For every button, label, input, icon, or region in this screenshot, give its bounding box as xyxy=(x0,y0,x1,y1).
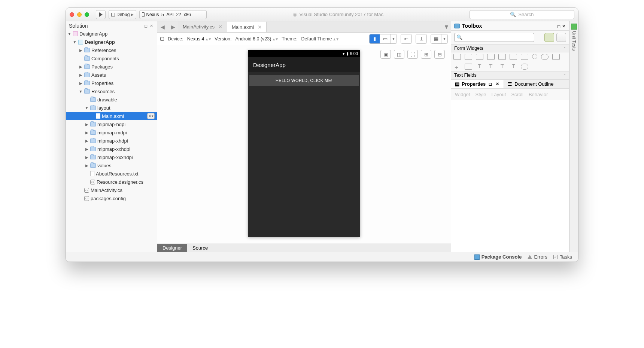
design-canvas[interactable]: ▣ ◫ ⛶ ⊞ ⊟ ▾ ▮ 6:00 DesignerApp xyxy=(157,45,451,244)
widget-textbox[interactable] xyxy=(465,64,472,70)
nav-forward-button[interactable]: ▶ xyxy=(168,21,178,32)
tree-drawable[interactable]: drawable xyxy=(66,95,157,104)
tab-overflow-button[interactable]: ▼ xyxy=(442,21,451,32)
widget-text-tiny[interactable]: T xyxy=(510,64,517,70)
document-outline-tab[interactable]: ☰ Document Outline xyxy=(504,80,569,88)
tree-assets[interactable]: Assets xyxy=(66,71,157,79)
widget-checkbox[interactable] xyxy=(465,54,472,60)
close-window-button[interactable] xyxy=(70,12,74,17)
settings-gear-icon[interactable]: ⚙▾ xyxy=(147,113,155,119)
project-node[interactable]: DesignerApp xyxy=(66,38,157,46)
toolbox-view-grid[interactable] xyxy=(556,33,566,42)
widget-radio[interactable] xyxy=(532,54,537,59)
cat-style[interactable]: Style xyxy=(475,92,486,97)
pin-icon[interactable]: ◻ xyxy=(556,24,561,28)
solution-panel: Solution ◻ ✕ DesignerApp DesignerApp Ref… xyxy=(66,21,157,252)
toggle-button-1[interactable]: ⇤ xyxy=(401,34,411,43)
editor-tab-mainactivity[interactable]: MainActivity.cs✕ xyxy=(178,21,227,32)
close-tab-icon[interactable]: ✕ xyxy=(258,24,262,30)
section-text-fields[interactable]: Text Fields ⌃ xyxy=(451,71,569,79)
tree-values[interactable]: values xyxy=(66,161,157,170)
view-dropdown[interactable]: ▼ xyxy=(441,34,447,43)
editor-tab-main-axml[interactable]: Main.axml✕ xyxy=(227,21,267,32)
widget-text-large[interactable]: T xyxy=(476,64,483,70)
tree-resources[interactable]: Resources xyxy=(66,87,157,95)
widget-text-small[interactable]: T xyxy=(498,64,506,70)
designer-tab[interactable]: Designer xyxy=(157,244,187,252)
source-tab[interactable]: Source xyxy=(187,244,213,252)
properties-tab[interactable]: ▤ Properties ◻ ✕ xyxy=(451,80,504,88)
run-button[interactable] xyxy=(96,10,106,19)
grid-button[interactable]: ▦ xyxy=(431,34,441,43)
widget-panel[interactable] xyxy=(476,54,483,60)
cat-scroll[interactable]: Scroll xyxy=(511,92,523,97)
play-icon xyxy=(99,12,103,17)
properties-icon: ▤ xyxy=(455,81,459,87)
search-icon: 🔍 xyxy=(510,12,516,17)
canvas-tool-1[interactable]: ▣ xyxy=(380,50,391,59)
tree-main-axml[interactable]: Main.axml⚙▾ xyxy=(66,112,157,120)
widget-frame[interactable] xyxy=(521,54,528,60)
zoom-window-button[interactable] xyxy=(85,12,89,17)
tree-components[interactable]: Components xyxy=(66,54,157,62)
widget-switch[interactable] xyxy=(541,54,549,60)
close-icon[interactable]: ✕ xyxy=(561,24,566,28)
widget-progress-1[interactable] xyxy=(487,54,495,60)
section-form-widgets[interactable]: Form Widgets ⌃ xyxy=(451,44,569,52)
tree-mipmap-xxxhdpi[interactable]: mipmap-xxxhdpi xyxy=(66,153,157,161)
device-selector[interactable]: Nexus 4▲▼ xyxy=(187,36,211,42)
hello-world-button[interactable]: HELLO WORLD, CLICK ME! xyxy=(249,75,359,86)
tree-mipmap-hdpi[interactable]: mipmap-hdpi xyxy=(66,120,157,128)
nav-back-button[interactable]: ◀ xyxy=(157,21,168,32)
canvas-zoom-in[interactable]: ⊞ xyxy=(421,50,431,59)
landscape-button[interactable]: ▭ xyxy=(380,34,391,43)
close-icon[interactable]: ✕ xyxy=(495,82,500,86)
toggle-button-2[interactable]: ⊥ xyxy=(416,34,426,43)
widget-text-medium[interactable]: T xyxy=(487,64,495,70)
tree-resource-designer[interactable]: <>Resource.designer.cs xyxy=(66,178,157,186)
vs-logo-icon: ◉ xyxy=(293,12,297,17)
package-console-button[interactable]: Package Console xyxy=(474,254,522,260)
solution-root[interactable]: DesignerApp xyxy=(66,30,157,38)
toolbox-search-input[interactable] xyxy=(454,33,534,42)
widget-image[interactable] xyxy=(552,54,560,60)
unit-tests-label[interactable]: Unit Tests xyxy=(571,31,577,51)
unit-tests-icon[interactable] xyxy=(571,24,577,30)
canvas-tool-2[interactable]: ◫ xyxy=(394,50,404,59)
tree-main-activity[interactable]: <>MainActivity.cs xyxy=(66,186,157,194)
tasks-button[interactable]: ✓ Tasks xyxy=(553,254,572,260)
target-selector[interactable]: Nexus_5_API_22_x86 xyxy=(139,10,207,19)
pin-icon[interactable]: ◻ xyxy=(488,82,493,86)
canvas-zoom-out[interactable]: ⊟ xyxy=(434,50,445,59)
widget-toggle[interactable] xyxy=(521,64,528,70)
tree-mipmap-mdpi[interactable]: mipmap-mdpi xyxy=(66,128,157,137)
tree-layout[interactable]: layout xyxy=(66,104,157,112)
global-search[interactable]: 🔍 Search xyxy=(470,10,574,19)
widget-plus[interactable]: ＋ xyxy=(453,64,461,70)
widget-progress-2[interactable] xyxy=(498,54,506,60)
tree-packages[interactable]: Packages xyxy=(66,62,157,71)
errors-button[interactable]: Errors xyxy=(528,254,547,260)
portrait-button[interactable]: ▮ xyxy=(370,34,380,43)
tree-packages-config[interactable]: <>packages.config xyxy=(66,194,157,202)
tree-references[interactable]: References xyxy=(66,46,157,54)
minimize-window-button[interactable] xyxy=(77,12,82,17)
tree-properties[interactable]: Properties xyxy=(66,79,157,87)
canvas-fullscreen[interactable]: ⛶ xyxy=(407,50,418,59)
close-tab-icon[interactable]: ✕ xyxy=(218,24,222,30)
version-selector[interactable]: Android 6.0 (v23)▲▼ xyxy=(236,36,278,42)
orientation-dropdown[interactable]: ▼ xyxy=(391,34,397,43)
pin-icon[interactable]: ◻ xyxy=(143,24,148,28)
close-icon[interactable]: ✕ xyxy=(149,24,154,28)
tree-about-resources[interactable]: AboutResources.txt xyxy=(66,170,157,178)
cat-layout[interactable]: Layout xyxy=(491,92,506,97)
cat-behavior[interactable]: Behavior xyxy=(529,92,548,97)
cat-widget[interactable]: Widget xyxy=(455,92,470,97)
widget-button[interactable] xyxy=(453,54,461,60)
tree-mipmap-xhdpi[interactable]: mipmap-xhdpi xyxy=(66,137,157,145)
toolbox-view-compact[interactable] xyxy=(544,33,554,42)
theme-selector[interactable]: Default Theme▲▼ xyxy=(301,36,339,42)
configuration-selector[interactable]: Debug ▶ xyxy=(109,10,136,19)
tree-mipmap-xxhdpi[interactable]: mipmap-xxhdpi xyxy=(66,145,157,153)
widget-progress-3[interactable] xyxy=(510,54,517,60)
